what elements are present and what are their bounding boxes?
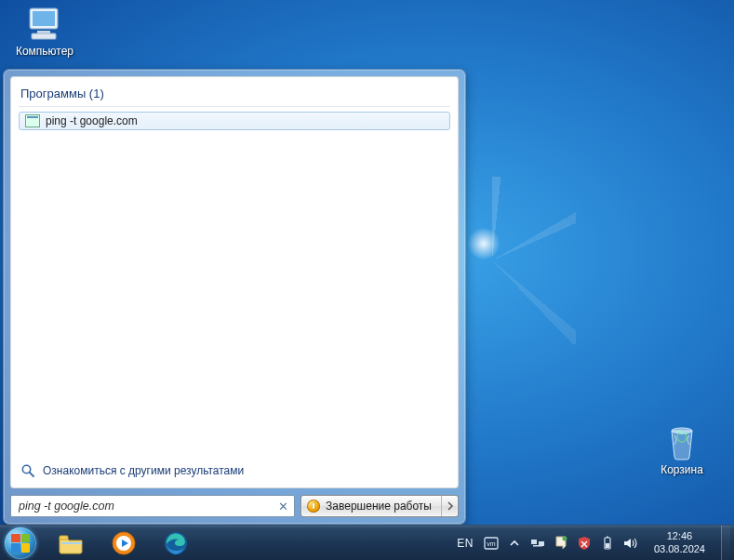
desktop-icon-computer[interactable]: Компьютер xyxy=(9,6,80,58)
system-tray: EN vm 12:46 03.08.2024 xyxy=(455,526,734,560)
shutdown-options-arrow[interactable] xyxy=(441,496,458,516)
shutdown-label: Завершение работы xyxy=(326,500,432,513)
clear-search-icon[interactable]: ✕ xyxy=(275,499,290,513)
tray-network-icon[interactable] xyxy=(530,536,545,551)
svg-rect-14 xyxy=(531,540,537,544)
show-desktop-button[interactable] xyxy=(721,526,730,561)
desktop-icon-label: Компьютер xyxy=(9,45,80,58)
search-results-box: Программы (1) ping -t google.com Ознаком… xyxy=(10,76,459,488)
clock-date: 03.08.2024 xyxy=(654,543,705,556)
taskbar-pin-explorer[interactable] xyxy=(47,527,97,559)
search-icon xyxy=(20,463,35,478)
taskbar-pin-edge[interactable] xyxy=(151,527,201,559)
svg-rect-8 xyxy=(61,542,82,544)
search-input[interactable] xyxy=(19,500,275,513)
svg-rect-1 xyxy=(33,11,55,26)
start-search-box[interactable]: ✕ xyxy=(10,495,295,517)
svg-point-17 xyxy=(562,536,567,540)
svg-rect-20 xyxy=(606,543,609,548)
desktop-icon-recycle-bin[interactable]: Корзина xyxy=(647,424,717,476)
tray-power-icon[interactable] xyxy=(600,536,615,551)
recycle-bin-icon xyxy=(660,424,704,461)
edge-icon xyxy=(163,530,189,556)
search-result-label: ping -t google.com xyxy=(46,114,138,127)
taskbar: EN vm 12:46 03.08.2024 xyxy=(0,525,734,560)
svg-text:vm: vm xyxy=(487,540,496,547)
language-indicator[interactable]: EN xyxy=(455,537,475,550)
see-more-results-link[interactable]: Ознакомиться с другими результатами xyxy=(19,456,450,480)
svg-rect-7 xyxy=(60,536,68,540)
svg-rect-16 xyxy=(533,545,542,547)
taskbar-pin-media-player[interactable] xyxy=(99,527,149,559)
windows-logo-icon xyxy=(5,527,36,559)
power-icon xyxy=(307,500,320,513)
desktop-icon-label: Корзина xyxy=(647,463,717,476)
tray-action-center-icon[interactable] xyxy=(554,536,568,551)
program-icon xyxy=(25,114,40,127)
results-header: Программы (1) xyxy=(19,83,450,107)
clock-time: 12:46 xyxy=(654,530,705,543)
tray-volume-icon[interactable] xyxy=(623,536,638,551)
search-result-item[interactable]: ping -t google.com xyxy=(19,112,450,130)
tray-vm-icon[interactable]: vm xyxy=(484,536,499,551)
svg-line-6 xyxy=(30,473,33,476)
svg-rect-19 xyxy=(607,536,608,538)
see-more-label: Ознакомиться с другими результатами xyxy=(43,464,244,477)
svg-rect-3 xyxy=(32,33,56,39)
taskbar-clock[interactable]: 12:46 03.08.2024 xyxy=(647,530,713,556)
start-menu-panel: Программы (1) ping -t google.com Ознаком… xyxy=(3,69,466,525)
start-button[interactable] xyxy=(0,526,41,561)
tray-security-icon[interactable] xyxy=(577,536,592,551)
folder-icon xyxy=(58,532,86,554)
computer-icon xyxy=(22,6,67,43)
media-player-icon xyxy=(111,530,137,556)
shutdown-button[interactable]: Завершение работы xyxy=(300,495,459,517)
tray-chevron-up-icon[interactable] xyxy=(507,536,522,551)
